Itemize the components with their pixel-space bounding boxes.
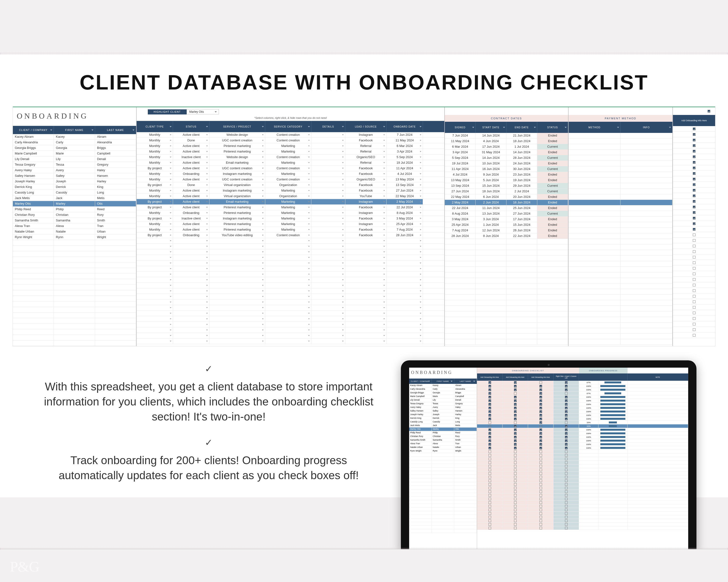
empty-row[interactable] [569,317,672,323]
table-row[interactable]: By projectActive clientPinterest marketi… [137,205,444,210]
empty-row[interactable] [409,464,477,468]
table-row[interactable] [673,199,715,204]
empty-row[interactable] [477,497,688,501]
table-row[interactable]: Marie CampbellMarieCampbell [409,395,477,398]
empty-row[interactable] [13,290,136,296]
col-header[interactable]: CLIENT / COMPANY [409,379,432,384]
empty-row[interactable] [409,529,477,533]
table-row[interactable] [673,171,715,176]
empty-row[interactable] [569,295,672,300]
table-row[interactable]: Salley HansenSalleyHansen [409,409,477,413]
table-row[interactable]: MonthlyOnboardingInstagram marketingMark… [137,171,444,177]
table-row[interactable]: 19 Jul 202410 Jun 202424 Jun 2024Ended [445,161,568,166]
table-row[interactable] [569,228,672,233]
empty-row[interactable] [477,457,688,461]
table-row[interactable]: Avery HaleyAveryHaley [409,406,477,409]
table-row[interactable]: Philip ReedPhilipReed [13,206,136,212]
empty-row[interactable] [673,232,715,238]
empty-row[interactable] [409,493,477,497]
table-row[interactable] [673,148,715,154]
empty-row[interactable] [477,450,688,453]
empty-row[interactable] [673,288,715,294]
table-row[interactable]: MonthlyActive clientWebsite designConten… [137,132,444,138]
empty-row[interactable] [13,279,136,285]
table-row[interactable]: 22 May 20246 Jun 202420 Jun 2024Ended [445,194,568,200]
empty-row[interactable] [673,254,715,260]
empty-row[interactable] [13,329,136,335]
table-row[interactable] [673,154,715,160]
empty-row[interactable] [137,266,444,272]
table-row[interactable]: 100% [477,432,688,435]
empty-row[interactable] [569,250,672,256]
col-header[interactable]: END DATE [506,122,537,133]
empty-row[interactable] [409,522,477,526]
table-row[interactable] [673,188,715,193]
empty-row[interactable] [477,468,688,472]
empty-row[interactable] [569,278,672,283]
table-row[interactable]: MonthlyActive clientPinterest marketingM… [137,149,444,155]
empty-row[interactable] [477,490,688,494]
table-row[interactable]: Rynn WrightRynnWright [13,234,136,240]
table-row[interactable]: MonthlyActive clientPinterest marketingM… [137,143,444,149]
table-row[interactable]: Kacey AbramKaceyAbram [13,134,136,140]
empty-row[interactable] [137,288,444,294]
col-header[interactable]: DETAILS [311,121,345,132]
table-row[interactable]: Marley OtisMarleyOtis [13,201,136,206]
table-row[interactable] [673,165,715,171]
col-header[interactable]: FIRST NAME [54,126,95,134]
empty-row[interactable] [13,301,136,307]
empty-row[interactable] [569,239,672,244]
table-row[interactable]: Joseph HarleyJosephHarley [13,179,136,184]
empty-row[interactable] [137,305,444,311]
table-row[interactable]: Tessa GregoryTessaGregory [409,402,477,406]
empty-row[interactable] [673,310,715,316]
table-row[interactable]: 67% [477,392,688,395]
col-header[interactable]: ONBOARD DATE [387,121,423,132]
empty-row[interactable] [673,294,715,299]
empty-row[interactable] [137,272,444,277]
empty-row[interactable] [569,300,672,306]
col-header[interactable]: LAST NAME [95,126,136,134]
table-row[interactable]: MonthlyActive clientEmail marketingMarke… [137,160,444,166]
empty-row[interactable] [569,339,672,345]
table-row[interactable]: 33% [477,421,688,424]
empty-row[interactable] [137,260,444,266]
empty-row[interactable] [445,300,568,306]
table-row[interactable]: Christian RoryChristianRory [13,212,136,218]
empty-row[interactable] [13,274,136,279]
empty-row[interactable] [137,300,444,305]
empty-row[interactable] [409,486,477,489]
table-row[interactable]: Philip ReedPhilipReed [409,431,477,435]
empty-row[interactable] [477,472,688,475]
col-header[interactable]: STATUS [173,121,209,132]
table-row[interactable]: 100% [477,399,688,403]
table-row[interactable] [569,233,672,239]
table-row[interactable] [569,194,672,200]
empty-row[interactable] [409,526,477,529]
empty-row[interactable] [13,312,136,318]
empty-row[interactable] [445,283,568,289]
empty-row[interactable] [673,299,715,305]
top-checkbox-icon[interactable] [708,110,710,113]
table-row[interactable] [673,143,715,148]
empty-row[interactable] [569,272,672,278]
table-row[interactable] [673,126,715,132]
empty-row[interactable] [409,475,477,478]
col-header[interactable]: START DATE [476,122,506,133]
empty-row[interactable] [673,249,715,254]
table-row[interactable]: Georgia BriggsGeorgiaBriggs [13,145,136,151]
table-row[interactable]: Carly AlexandriaCarlyAlexandria [13,140,136,145]
col-header[interactable]: CLIENT / COMPANY [13,126,54,134]
table-row[interactable]: By projectActive clientUGC content creat… [137,166,444,171]
highlight-select[interactable]: Marley Otis [187,109,219,114]
empty-row[interactable] [13,324,136,329]
table-row[interactable]: Cassidy LongCassidyLong [13,190,136,195]
table-row[interactable] [673,204,715,210]
empty-row[interactable] [137,249,444,255]
empty-row[interactable] [409,519,477,522]
empty-row[interactable] [445,267,568,272]
table-row[interactable]: MonthlyOnboardingPinterest marketingMark… [137,210,444,216]
table-row[interactable]: Rynn WrightRynnWright [409,449,477,453]
table-row[interactable]: Alexa TranAlexaTran [409,442,477,446]
empty-row[interactable] [477,508,688,512]
